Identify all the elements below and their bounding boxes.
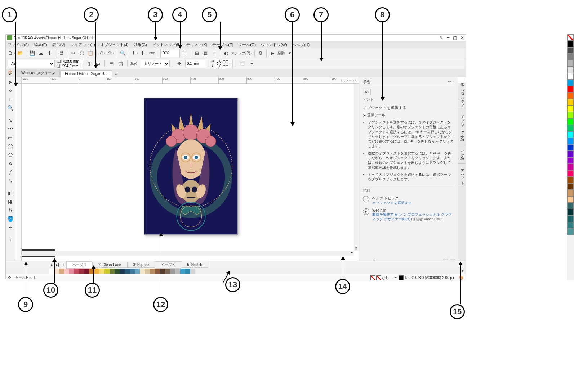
palette-swatch[interactable] <box>59 269 64 274</box>
menu-編集(E)[interactable]: 編集(E) <box>34 42 47 48</box>
horizontal-scrollbar[interactable]: ▸ <box>22 251 354 256</box>
portrait-button[interactable]: ▯ <box>85 60 92 67</box>
palette-swatch[interactable] <box>125 269 130 274</box>
palette-swatch[interactable] <box>170 269 175 274</box>
menu-テキスト(X)[interactable]: テキスト(X) <box>186 42 208 48</box>
launch-icon[interactable]: ▶ <box>269 50 276 57</box>
docker-tab-2[interactable]: オブジェクト(O) <box>458 109 466 144</box>
color-swatch[interactable] <box>567 203 574 209</box>
page-tab-1[interactable]: ページ 1 <box>66 261 92 269</box>
print-button[interactable]: 🖶 <box>58 50 65 57</box>
document-tab[interactable]: Firman Hatibu - Sugar G... <box>60 70 112 77</box>
transparency-tool[interactable]: ▦ <box>7 198 14 205</box>
palette-swatch[interactable] <box>74 269 79 274</box>
paste-button[interactable]: 📋 <box>87 50 94 57</box>
canvas[interactable] <box>22 84 354 251</box>
menu-レイアウト(L)[interactable]: レイアウト(L) <box>70 42 95 48</box>
all-pages-button[interactable]: ▤ <box>108 60 115 67</box>
palette-swatch[interactable] <box>115 269 120 274</box>
dup-y-input[interactable] <box>215 64 233 68</box>
pdf-button[interactable]: PDF <box>148 50 156 57</box>
connector-tool[interactable]: ⤡ <box>7 177 14 184</box>
zoom-input[interactable] <box>160 50 180 57</box>
search-button[interactable]: 🔍 <box>119 50 126 57</box>
ellipse-tool[interactable]: ◯ <box>7 143 14 150</box>
palette-none[interactable] <box>49 269 54 274</box>
guides-button[interactable]: ┊ <box>210 50 218 57</box>
color-swatch[interactable] <box>567 138 574 144</box>
menu-ヘルプ(H)[interactable]: ヘルプ(H) <box>292 42 310 48</box>
page-tab-2[interactable]: 2: Clean Face <box>92 262 127 268</box>
menu-オブジェクト(J)[interactable]: オブジェクト(J) <box>100 42 129 48</box>
forward-button[interactable]: ⟹ <box>450 257 455 261</box>
units-select[interactable]: ミリメートル <box>141 60 170 67</box>
palette-swatch[interactable] <box>180 269 185 274</box>
polygon-tool[interactable]: ⬠ <box>7 151 14 158</box>
docker-tab-4[interactable]: アセット <box>458 164 466 186</box>
palette-swatch[interactable] <box>104 269 110 274</box>
color-swatch[interactable] <box>567 229 574 235</box>
color-swatch[interactable] <box>567 118 574 125</box>
menu-ツール(O)[interactable]: ツール(O) <box>238 42 256 48</box>
palette-swatch[interactable] <box>69 269 74 274</box>
freehand-tool[interactable]: ∿ <box>7 117 14 124</box>
palette-swatch[interactable] <box>165 269 170 274</box>
add-page-button[interactable]: + <box>61 263 66 267</box>
menu-ウィンドウ(W)[interactable]: ウィンドウ(W) <box>261 42 287 48</box>
document-palette[interactable]: ▸ <box>6 269 466 274</box>
page-tab-3[interactable]: 3: Square <box>127 262 155 268</box>
color-swatch[interactable] <box>567 222 574 229</box>
eyedropper-tool[interactable]: ✎ <box>7 207 14 214</box>
palette-swatch[interactable] <box>175 269 180 274</box>
snap-button[interactable]: スナップ(P) <box>231 50 252 57</box>
palette-scroll-right[interactable]: ▸ <box>460 269 466 274</box>
crop-tool[interactable]: ⌗ <box>7 96 14 103</box>
color-swatch[interactable] <box>567 196 574 203</box>
color-swatch[interactable] <box>567 177 574 183</box>
cut-button[interactable]: ✂ <box>70 50 77 57</box>
home-tab[interactable]: 🏠 <box>8 70 14 76</box>
outline-none-icon[interactable] <box>376 275 381 280</box>
new-button[interactable]: 🗋 <box>8 50 15 57</box>
palette-swatch[interactable] <box>145 269 150 274</box>
docker-tab-1[interactable]: プロパティ <box>458 83 466 109</box>
palette-swatch[interactable] <box>155 269 160 274</box>
overprint-button[interactable]: ◐ <box>222 50 230 57</box>
import-button[interactable]: ⬇ <box>131 50 138 57</box>
palette-swatch[interactable] <box>64 269 69 274</box>
color-swatch[interactable] <box>567 151 574 157</box>
next-page-button[interactable]: ▸| <box>55 263 61 267</box>
close-button[interactable]: ✕ <box>460 35 464 40</box>
palette-icon[interactable]: 🎨 <box>459 276 463 280</box>
add-tool-button[interactable]: + <box>7 236 14 243</box>
text-tool[interactable]: A <box>7 160 14 167</box>
shape-tool[interactable]: ✧ <box>7 87 14 94</box>
welcome-tab[interactable]: Welcome スクリーン <box>17 69 60 77</box>
undo-button[interactable]: ↶ <box>99 50 106 57</box>
settings-icon[interactable]: ⚙ <box>8 276 11 280</box>
palette-swatch[interactable] <box>99 269 104 274</box>
copy-button[interactable]: ⿻ <box>78 50 85 57</box>
color-swatch[interactable] <box>567 41 574 47</box>
minimize-button[interactable]: ━ <box>447 35 449 40</box>
current-page-button[interactable]: ▢ <box>117 60 124 67</box>
rulers-button[interactable]: ⊞ <box>193 50 200 57</box>
grid-button[interactable]: ▦ <box>202 50 209 57</box>
add-preset-button[interactable]: + <box>248 60 255 67</box>
color-swatch[interactable] <box>567 170 574 177</box>
color-swatch[interactable] <box>567 105 574 112</box>
color-swatch[interactable] <box>567 93 574 99</box>
treat-as-filled-button[interactable]: ⬚ <box>239 60 246 67</box>
color-swatch[interactable] <box>567 112 574 118</box>
palette-swatch[interactable] <box>140 269 145 274</box>
color-swatch[interactable] <box>567 47 574 54</box>
palette-swatch[interactable] <box>150 269 155 274</box>
open-button[interactable]: 📂 <box>17 50 24 57</box>
page-tab-5[interactable]: 5: Sketch <box>181 262 208 268</box>
palette-swatch[interactable] <box>54 269 59 274</box>
launch-label[interactable]: 起動 <box>277 51 285 56</box>
redo-button[interactable]: ↷ <box>107 50 115 57</box>
menu-ビットマップ(B)[interactable]: ビットマップ(B) <box>152 42 181 48</box>
color-palette[interactable] <box>567 34 574 280</box>
zoom-tool[interactable]: 🔍 <box>7 104 14 112</box>
